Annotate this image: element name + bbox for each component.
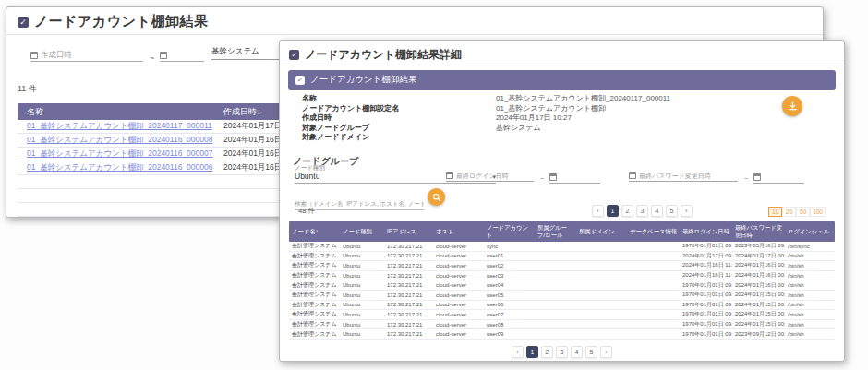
detail-fields: 名称 01_基幹システムアカウント棚卸_20240117_000011 ノードア… [302,94,761,143]
page-button[interactable]: 2 [541,346,553,358]
detail-field-label: ノードアカウント棚卸設定名 [302,104,496,113]
calendar-icon [549,173,557,181]
calendar-icon [629,172,636,179]
page-size-option[interactable]: 20 [782,207,796,217]
node-table-header-cell[interactable]: ホスト [433,226,484,237]
cell-last-login: 2024年01月16日 11:17 [680,271,732,280]
title-divider [6,34,823,35]
cell-host: cloud-server [433,302,484,307]
last-login-to-input[interactable] [560,172,600,181]
prev-page-button[interactable]: ‹ [512,346,524,358]
cell-node-account: user07 [484,312,535,317]
created-date-to-input[interactable] [170,50,204,59]
search-button[interactable] [428,188,445,206]
cell-last-login: 2024年01月16日 11:13 [680,261,732,269]
created-date-from-field[interactable] [30,50,143,62]
calendar-icon [753,173,761,181]
node-table-header-cell[interactable]: データベース情報 [627,226,680,237]
table-row: 会計管理システム Ubuntu 172.30.217.21 cloud-serv… [289,320,835,330]
node-table-header-cell[interactable]: ノードアカウント [484,222,535,240]
prev-page-button[interactable]: ‹ [592,205,604,217]
cell-node-account: sync [484,244,535,249]
last-password-from-input[interactable] [639,173,738,179]
node-table-header-cell[interactable]: ノード名↑ [289,226,340,237]
last-password-to-input[interactable] [764,172,804,181]
detail-window-title: ノードアカウント棚卸結果詳細 [305,47,462,63]
detail-field-row: ノードアカウント棚卸設定名 01_基幹システムアカウント棚卸 [302,104,761,113]
pagination-bottom: ‹ 12345 › [512,346,612,358]
page-button[interactable]: 3 [636,205,648,217]
node-table-header-cell[interactable]: 最終ログイン日時 [680,226,732,237]
table-row: 会計管理システム Ubuntu 172.30.217.21 cloud-serv… [289,310,835,320]
page-button[interactable]: 3 [556,346,568,358]
cell-node-type: Ubuntu [340,292,384,298]
created-date-to-field[interactable] [160,50,204,62]
header-name[interactable]: 名称 [18,106,223,118]
checkbox-icon: ✓ [289,50,299,60]
last-password-from-field[interactable] [629,172,738,182]
cell-node-account: user03 [484,273,535,279]
table-row: 会計管理システム Ubuntu 172.30.217.21 cloud-serv… [289,301,835,311]
node-table-header-cell[interactable]: ノード種別 [340,226,384,237]
result-link[interactable]: 01_基幹システムアカウント棚卸_20240117_000011 [27,121,212,130]
cell-login-shell: /bin/sh [785,292,837,298]
result-link[interactable]: 01_基幹システムアカウント棚卸_20240116_000006 [27,162,212,172]
node-table-header-cell[interactable]: IPアドレス [384,226,433,237]
table-row: 会計管理システム Ubuntu 172.30.217.21 cloud-serv… [289,291,835,301]
node-table-header-cell[interactable]: 最終パスワード変更日時 [732,222,785,240]
cell-host: cloud-server [433,282,484,288]
cell-last-login: 1970年01月01日 09:00 [680,330,732,339]
node-table-header-cell[interactable]: 所属グループ/ロール [535,222,576,240]
last-login-from-field[interactable] [446,172,534,182]
cell-ip-address: 172.30.217.21 [384,244,433,249]
checkbox-icon: ✓ [18,17,29,28]
page-size-option[interactable]: 100 [810,207,826,217]
cell-ip-address: 172.30.217.21 [384,322,433,328]
detail-field-label: 作成日時 [302,113,496,123]
date-range-tilde: ~ [540,175,544,182]
detail-field-value: 01_基幹システムアカウント棚卸_20240117_000011 [496,94,761,103]
cell-host: cloud-server [433,292,484,298]
page-button[interactable]: 1 [607,205,619,217]
cell-last-password-change: 2024年01月16日 00:00 [732,271,785,280]
page-button[interactable]: 2 [621,205,633,217]
node-table-header-cell[interactable]: 所属ドメイン [576,226,627,237]
cell-last-password-change: 2023年05月16日 09:00 [732,242,785,250]
search-icon [432,193,441,202]
cell-node-account: user09 [484,331,535,337]
result-link[interactable]: 01_基幹システムアカウント棚卸_20240116_000007 [27,149,212,158]
table-row: 会計管理システム Ubuntu 172.30.217.21 cloud-serv… [289,329,835,340]
download-button[interactable] [782,96,802,116]
cell-last-password-change: 2024年01月15日 00:00 [732,320,785,328]
cell-node-name: 会計管理システム [289,242,340,250]
page-button[interactable]: 4 [571,346,583,358]
cell-node-account: user08 [484,322,535,328]
table-row: 会計管理システム Ubuntu 172.30.217.21 cloud-serv… [289,280,835,291]
cell-login-shell: /bin/sh [785,253,837,258]
search-input[interactable] [295,200,424,207]
page-button[interactable]: 5 [666,205,678,217]
result-link[interactable]: 01_基幹システムアカウント棚卸_20240116_000008 [27,135,212,144]
cell-last-login: 1970年01月01日 09:00 [680,281,732,290]
detail-field-label: 名称 [302,94,496,103]
page-size-option[interactable]: 50 [796,207,810,217]
next-page-button[interactable]: › [681,205,693,217]
cell-last-password-change: 2024年01月15日 00:00 [732,291,785,299]
cell-last-login: 1970年01月01日 09:00 [680,242,732,250]
page-button[interactable]: 4 [651,205,663,217]
node-table-header-cell[interactable]: ログインシェル [785,226,837,237]
table-row: 会計管理システム Ubuntu 172.30.217.21 cloud-serv… [289,242,835,252]
last-login-to-field[interactable] [549,172,600,184]
page-button[interactable]: 1 [526,346,538,358]
cell-host: cloud-server [433,244,484,249]
detail-field-value: 2024年01月17日 10:27 [496,113,761,123]
page-size-option[interactable]: 10 [768,207,782,217]
node-table-body: 会計管理システム Ubuntu 172.30.217.21 cloud-serv… [289,242,835,340]
page-button[interactable]: 5 [585,346,597,358]
created-date-from-input[interactable] [41,50,143,59]
next-page-button[interactable]: › [600,346,612,358]
last-password-to-field[interactable] [753,172,804,184]
last-login-from-input[interactable] [456,173,534,179]
title-divider [280,66,844,66]
cell-last-login: 1970年01月01日 09:00 [680,310,732,318]
